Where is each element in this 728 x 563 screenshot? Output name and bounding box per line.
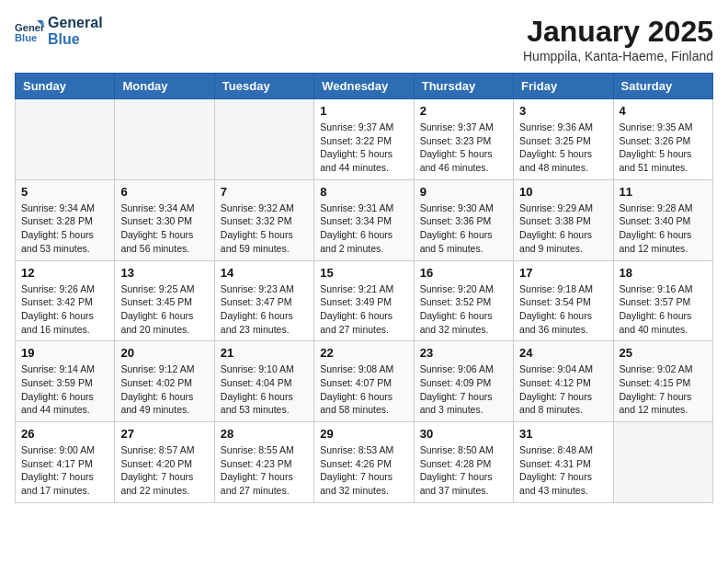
day-number: 22 xyxy=(320,346,407,360)
day-number: 2 xyxy=(420,104,507,118)
day-number: 3 xyxy=(519,104,607,118)
day-info: Sunrise: 8:48 AM Sunset: 4:31 PM Dayligh… xyxy=(519,443,607,498)
calendar-day-cell: 18Sunrise: 9:16 AM Sunset: 3:57 PM Dayli… xyxy=(613,260,712,341)
day-number: 5 xyxy=(21,185,108,199)
day-number: 24 xyxy=(519,346,607,360)
calendar-day-cell: 10Sunrise: 9:29 AM Sunset: 3:38 PM Dayli… xyxy=(514,179,613,260)
logo-blue: Blue xyxy=(48,31,103,48)
calendar-day-cell xyxy=(613,422,712,503)
day-number: 27 xyxy=(120,427,208,441)
calendar-day-cell: 23Sunrise: 9:06 AM Sunset: 4:09 PM Dayli… xyxy=(414,341,513,422)
weekday-header-tuesday: Tuesday xyxy=(214,74,313,99)
day-info: Sunrise: 9:32 AM Sunset: 3:32 PM Dayligh… xyxy=(221,201,308,256)
calendar-week-row: 5Sunrise: 9:34 AM Sunset: 3:28 PM Daylig… xyxy=(16,179,713,260)
day-info: Sunrise: 9:37 AM Sunset: 3:23 PM Dayligh… xyxy=(420,121,507,175)
calendar-week-row: 1Sunrise: 9:37 AM Sunset: 3:22 PM Daylig… xyxy=(16,99,713,180)
calendar-day-cell: 30Sunrise: 8:50 AM Sunset: 4:28 PM Dayli… xyxy=(414,422,513,503)
day-number: 17 xyxy=(519,266,607,280)
day-info: Sunrise: 9:30 AM Sunset: 3:36 PM Dayligh… xyxy=(420,201,507,256)
calendar-day-cell: 15Sunrise: 9:21 AM Sunset: 3:49 PM Dayli… xyxy=(314,260,414,341)
day-number: 15 xyxy=(320,266,407,280)
calendar-day-cell: 9Sunrise: 9:30 AM Sunset: 3:36 PM Daylig… xyxy=(414,179,513,260)
day-info: Sunrise: 9:21 AM Sunset: 3:49 PM Dayligh… xyxy=(320,282,407,337)
day-info: Sunrise: 9:12 AM Sunset: 4:02 PM Dayligh… xyxy=(120,362,208,417)
calendar-day-cell: 16Sunrise: 9:20 AM Sunset: 3:52 PM Dayli… xyxy=(414,260,513,341)
day-number: 6 xyxy=(120,185,208,199)
calendar-day-cell: 7Sunrise: 9:32 AM Sunset: 3:32 PM Daylig… xyxy=(214,179,313,260)
day-info: Sunrise: 9:26 AM Sunset: 3:42 PM Dayligh… xyxy=(21,282,108,337)
weekday-header-wednesday: Wednesday xyxy=(314,74,414,99)
day-info: Sunrise: 9:31 AM Sunset: 3:34 PM Dayligh… xyxy=(320,201,407,256)
day-number: 20 xyxy=(120,346,208,360)
title-block: January 2025 Humppila, Kanta-Haeme, Finl… xyxy=(523,15,713,63)
calendar-table: SundayMondayTuesdayWednesdayThursdayFrid… xyxy=(15,73,713,503)
logo-general: General xyxy=(48,15,103,31)
calendar-week-row: 12Sunrise: 9:26 AM Sunset: 3:42 PM Dayli… xyxy=(16,260,713,341)
calendar-day-cell: 13Sunrise: 9:25 AM Sunset: 3:45 PM Dayli… xyxy=(115,260,214,341)
day-number: 10 xyxy=(519,185,607,199)
day-number: 11 xyxy=(620,185,707,199)
svg-text:General: General xyxy=(15,22,44,33)
day-info: Sunrise: 9:36 AM Sunset: 3:25 PM Dayligh… xyxy=(519,121,607,175)
day-info: Sunrise: 9:34 AM Sunset: 3:28 PM Dayligh… xyxy=(21,201,108,256)
day-info: Sunrise: 8:57 AM Sunset: 4:20 PM Dayligh… xyxy=(120,443,208,498)
calendar-day-cell: 3Sunrise: 9:36 AM Sunset: 3:25 PM Daylig… xyxy=(514,99,613,180)
day-info: Sunrise: 8:53 AM Sunset: 4:26 PM Dayligh… xyxy=(320,443,407,498)
calendar-day-cell: 6Sunrise: 9:34 AM Sunset: 3:30 PM Daylig… xyxy=(115,179,214,260)
day-number: 26 xyxy=(21,427,108,441)
day-info: Sunrise: 9:28 AM Sunset: 3:40 PM Dayligh… xyxy=(620,201,707,256)
calendar-day-cell: 21Sunrise: 9:10 AM Sunset: 4:04 PM Dayli… xyxy=(214,341,313,422)
day-info: Sunrise: 9:29 AM Sunset: 3:38 PM Dayligh… xyxy=(519,201,607,256)
day-info: Sunrise: 9:14 AM Sunset: 3:59 PM Dayligh… xyxy=(21,362,108,417)
day-info: Sunrise: 9:16 AM Sunset: 3:57 PM Dayligh… xyxy=(620,282,707,337)
calendar-week-row: 26Sunrise: 9:00 AM Sunset: 4:17 PM Dayli… xyxy=(16,422,713,503)
day-number: 19 xyxy=(21,346,108,360)
day-info: Sunrise: 9:37 AM Sunset: 3:22 PM Dayligh… xyxy=(320,121,407,175)
day-info: Sunrise: 8:55 AM Sunset: 4:23 PM Dayligh… xyxy=(221,443,308,498)
calendar-day-cell xyxy=(115,99,214,180)
day-number: 12 xyxy=(21,266,108,280)
day-number: 16 xyxy=(420,266,507,280)
day-number: 18 xyxy=(620,266,707,280)
calendar-day-cell xyxy=(214,99,313,180)
weekday-header-thursday: Thursday xyxy=(414,74,513,99)
calendar-day-cell: 4Sunrise: 9:35 AM Sunset: 3:26 PM Daylig… xyxy=(613,99,712,180)
day-info: Sunrise: 9:25 AM Sunset: 3:45 PM Dayligh… xyxy=(120,282,208,337)
day-info: Sunrise: 8:50 AM Sunset: 4:28 PM Dayligh… xyxy=(420,443,507,498)
day-info: Sunrise: 9:08 AM Sunset: 4:07 PM Dayligh… xyxy=(320,362,407,417)
month-title: January 2025 xyxy=(523,15,713,49)
day-number: 13 xyxy=(120,266,208,280)
page-header: General Blue General Blue January 2025 H… xyxy=(15,15,713,63)
weekday-header-friday: Friday xyxy=(514,74,613,99)
calendar-day-cell: 1Sunrise: 9:37 AM Sunset: 3:22 PM Daylig… xyxy=(314,99,414,180)
day-info: Sunrise: 9:20 AM Sunset: 3:52 PM Dayligh… xyxy=(420,282,507,337)
day-number: 30 xyxy=(420,427,507,441)
calendar-day-cell: 8Sunrise: 9:31 AM Sunset: 3:34 PM Daylig… xyxy=(314,179,414,260)
calendar-day-cell: 22Sunrise: 9:08 AM Sunset: 4:07 PM Dayli… xyxy=(314,341,414,422)
day-number: 23 xyxy=(420,346,507,360)
day-number: 9 xyxy=(420,185,507,199)
calendar-day-cell: 19Sunrise: 9:14 AM Sunset: 3:59 PM Dayli… xyxy=(16,341,115,422)
day-number: 1 xyxy=(320,104,407,118)
day-number: 8 xyxy=(320,185,407,199)
calendar-day-cell: 27Sunrise: 8:57 AM Sunset: 4:20 PM Dayli… xyxy=(115,422,214,503)
calendar-day-cell: 31Sunrise: 8:48 AM Sunset: 4:31 PM Dayli… xyxy=(514,422,613,503)
calendar-week-row: 19Sunrise: 9:14 AM Sunset: 3:59 PM Dayli… xyxy=(16,341,713,422)
calendar-header-row: SundayMondayTuesdayWednesdayThursdayFrid… xyxy=(16,74,713,99)
weekday-header-monday: Monday xyxy=(115,74,214,99)
logo: General Blue General Blue xyxy=(15,15,103,47)
svg-text:Blue: Blue xyxy=(15,32,37,43)
day-info: Sunrise: 9:06 AM Sunset: 4:09 PM Dayligh… xyxy=(420,362,507,417)
day-info: Sunrise: 9:34 AM Sunset: 3:30 PM Dayligh… xyxy=(120,201,208,256)
calendar-day-cell: 17Sunrise: 9:18 AM Sunset: 3:54 PM Dayli… xyxy=(514,260,613,341)
logo-icon: General Blue xyxy=(15,17,44,46)
calendar-day-cell: 25Sunrise: 9:02 AM Sunset: 4:15 PM Dayli… xyxy=(613,341,712,422)
day-info: Sunrise: 9:02 AM Sunset: 4:15 PM Dayligh… xyxy=(620,362,707,417)
weekday-header-saturday: Saturday xyxy=(613,74,712,99)
day-info: Sunrise: 9:00 AM Sunset: 4:17 PM Dayligh… xyxy=(21,443,108,498)
calendar-day-cell: 24Sunrise: 9:04 AM Sunset: 4:12 PM Dayli… xyxy=(514,341,613,422)
day-number: 28 xyxy=(221,427,308,441)
weekday-header-sunday: Sunday xyxy=(16,74,115,99)
day-info: Sunrise: 9:23 AM Sunset: 3:47 PM Dayligh… xyxy=(221,282,308,337)
calendar-day-cell: 29Sunrise: 8:53 AM Sunset: 4:26 PM Dayli… xyxy=(314,422,414,503)
